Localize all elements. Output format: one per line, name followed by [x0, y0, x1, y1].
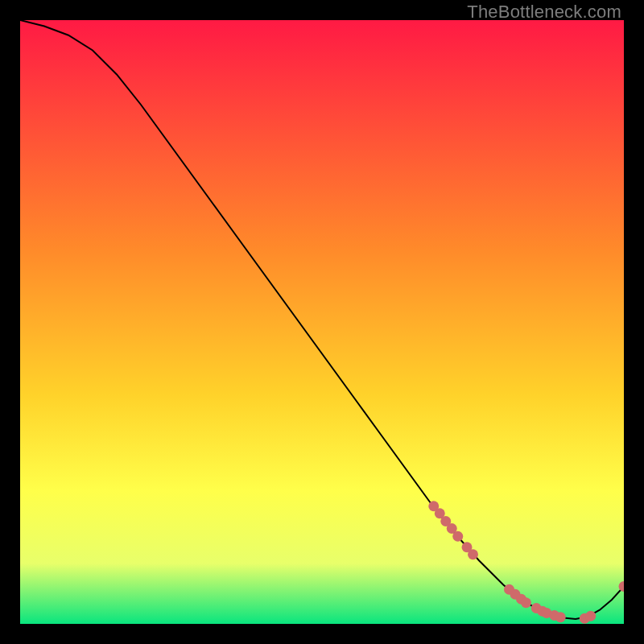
- data-marker: [452, 531, 463, 542]
- data-marker: [468, 549, 478, 559]
- data-marker: [585, 611, 596, 621]
- data-marker: [521, 597, 531, 608]
- chart-plot: [20, 20, 624, 624]
- gradient-background: [20, 20, 624, 624]
- data-marker: [555, 612, 566, 622]
- chart-frame: TheBottleneck.com: [0, 0, 644, 644]
